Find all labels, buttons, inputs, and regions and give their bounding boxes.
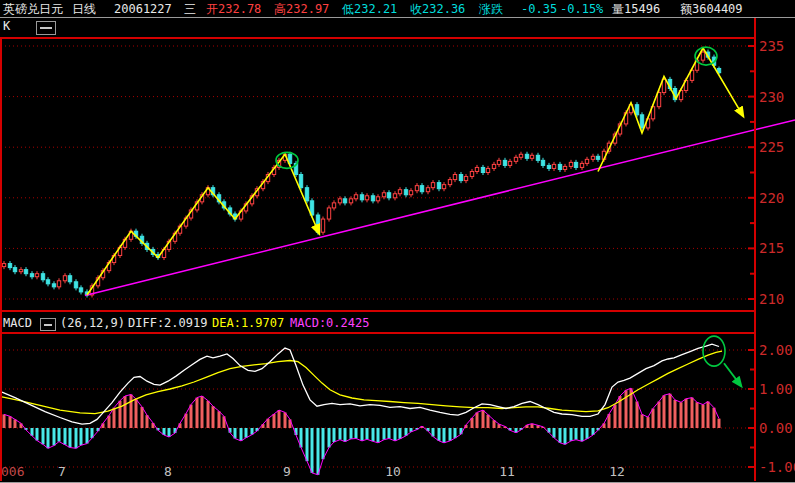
macd-hist-bar-negative (306, 428, 309, 461)
candle-up (519, 154, 522, 157)
candle-up (2, 264, 5, 267)
candle-up (382, 193, 385, 197)
macd-hist-bar-positive (218, 411, 221, 428)
candle-up (497, 160, 500, 164)
macd-hist-bar-positive (647, 417, 650, 428)
macd-hist-bar-positive (284, 412, 287, 428)
candle-up (442, 185, 445, 189)
candle-up (514, 157, 517, 161)
macd-axis-label: 2.00 (759, 342, 793, 358)
macd-hist-bar-positive (201, 396, 204, 428)
macd-hist-bar-negative (322, 428, 325, 459)
macd-axis-label: -1.00 (759, 459, 795, 475)
macd-hist-bar-positive (135, 399, 138, 428)
candle-up (552, 164, 555, 168)
candle-up (591, 156, 594, 159)
candle-down (574, 162, 577, 167)
macd-hist-bar-positive (685, 399, 688, 428)
macd-hist-bar-negative (575, 428, 578, 440)
candle-up (398, 190, 401, 194)
candle-down (24, 270, 27, 274)
candle-down (305, 188, 308, 201)
macd-hist-bar-positive (3, 414, 6, 428)
candle-up (63, 276, 66, 281)
macd-hist-bar-positive (658, 401, 661, 428)
macd-hist-bar-positive (212, 406, 215, 428)
candle-down (596, 156, 599, 159)
macd-hist-bar-positive (482, 410, 485, 428)
macd-hist-bar-positive (130, 394, 133, 428)
macd-hist-bar-negative (333, 428, 336, 442)
macd-axis-label: 0.00 (759, 420, 793, 436)
candle-up (332, 203, 335, 208)
macd-hist-bar-negative (311, 428, 314, 473)
macd-hist-bar-positive (278, 410, 281, 428)
candle-up (470, 171, 473, 176)
candle-up (701, 52, 704, 60)
candle-down (74, 282, 77, 288)
candle-down (404, 190, 407, 195)
macd-hist-bar-positive (119, 401, 122, 428)
candle-up (349, 199, 352, 203)
candle-up (19, 270, 22, 272)
macd-hist-bar-positive (476, 412, 479, 428)
candle-down (541, 160, 544, 165)
candle-up (580, 163, 583, 167)
candle-up (426, 188, 429, 192)
macd-hist-bar-negative (394, 428, 397, 441)
candle-up (657, 93, 660, 107)
candle-up (585, 159, 588, 163)
candle-down (420, 186, 423, 192)
candle-down (52, 284, 55, 287)
macd-hist-bar-negative (355, 428, 358, 439)
candle-down (68, 276, 71, 282)
macd-hist-bar-positive (190, 405, 193, 428)
macd-hist-bar-negative (438, 428, 441, 441)
macd-hist-bar-positive (663, 395, 666, 428)
candle-up (486, 168, 489, 172)
macd-hist-bar-negative (581, 428, 584, 441)
chart-plot-area[interactable]: 2352302252202152102.001.000.00-1.0000678… (0, 0, 795, 483)
macd-hist-bar-negative (559, 428, 562, 443)
macd-hist-bar-negative (443, 428, 446, 443)
candle-up (464, 177, 467, 181)
macd-hist-bar-negative (245, 428, 248, 438)
macd-hist-bar-positive (9, 416, 12, 428)
macd-hist-bar-positive (680, 402, 683, 428)
zigzag-arrow-annotation (87, 154, 319, 295)
macd-hist-bar-positive (669, 394, 672, 428)
macd-hist-bar-negative (383, 428, 386, 440)
macd-axis-label: 1.00 (759, 381, 793, 397)
price-axis-label: 235 (759, 38, 784, 54)
candle-up (415, 186, 418, 191)
macd-hist-bar-negative (366, 428, 369, 439)
macd-hist-bar-positive (273, 414, 276, 428)
macd-hist-bar-positive (196, 398, 199, 428)
macd-hist-bar-positive (696, 402, 699, 428)
candle-up (530, 155, 533, 158)
macd-hist-bar-positive (674, 400, 677, 428)
candle-down (41, 274, 44, 280)
candle-down (536, 155, 539, 160)
candle-down (371, 196, 374, 201)
macd-hist-bar-positive (207, 401, 210, 428)
macd-hist-bar-positive (641, 414, 644, 428)
candle-down (640, 115, 643, 128)
candle-down (46, 280, 49, 284)
candle-up (448, 180, 451, 185)
x-axis-month-label: 12 (609, 464, 625, 479)
candle-down (481, 167, 484, 172)
price-axis-label: 210 (759, 291, 784, 307)
candle-up (492, 164, 495, 168)
macd-hist-bar-negative (399, 428, 402, 439)
macd-hist-bar-negative (240, 428, 243, 441)
macd-hist-bar-negative (64, 428, 67, 445)
candle-down (30, 274, 33, 277)
candle-up (563, 166, 566, 169)
macd-hist-bar-negative (564, 428, 567, 444)
macd-hist-bar-negative (69, 428, 72, 448)
zigzag-arrow-annotation (598, 48, 743, 172)
price-axis-label: 220 (759, 190, 784, 206)
macd-hist-bar-negative (168, 428, 171, 437)
candle-down (8, 264, 11, 268)
